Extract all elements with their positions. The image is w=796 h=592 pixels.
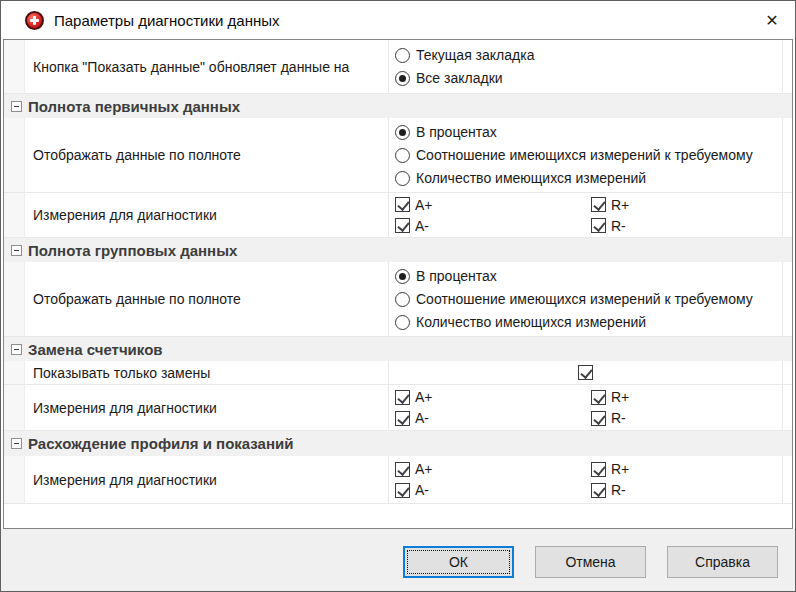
checkbox-a-plus[interactable]: A+: [395, 389, 591, 405]
checkbox-row: A- R-: [395, 215, 782, 236]
checkbox-r-minus[interactable]: R-: [591, 482, 626, 498]
row-label: Измерения для диагностики: [25, 193, 388, 237]
row-value: A+ R+ A- R-: [388, 193, 782, 237]
radio-option-current-tab[interactable]: Текущая закладка: [395, 44, 782, 67]
checkbox-checked-icon: [395, 483, 410, 498]
checkbox-a-plus[interactable]: A+: [395, 197, 591, 213]
checkbox-r-plus[interactable]: R+: [591, 461, 629, 477]
collapse-minus-icon[interactable]: [11, 438, 22, 449]
row-gutter: [782, 40, 792, 93]
radio-label: Количество имеющихся измерений: [416, 314, 646, 330]
radio-icon: [395, 171, 410, 186]
checkbox-label: R+: [611, 461, 629, 477]
section-header-replace: Замена счетчиков: [4, 337, 792, 361]
radio-option-percent[interactable]: В процентах: [395, 121, 782, 144]
row-label: Отображать данные по полноте: [25, 262, 388, 336]
checkbox-label: R-: [611, 482, 626, 498]
row-show-only-replacements: Показывать только замены: [4, 361, 792, 385]
checkbox-r-minus[interactable]: R-: [591, 410, 626, 426]
radio-icon: [395, 148, 410, 163]
checkbox-r-plus[interactable]: R+: [591, 389, 629, 405]
checkbox-checked-icon: [395, 218, 410, 233]
checkbox-label: A+: [415, 389, 433, 405]
row-update-target: Кнопка "Показать данные" обновляет данны…: [4, 40, 792, 94]
row-group-display-mode: Отображать данные по полноте В процентах…: [4, 262, 792, 337]
checkbox-a-plus[interactable]: A+: [395, 461, 591, 477]
radio-option-ratio[interactable]: Соотношение имеющихся измерений к требуе…: [395, 144, 782, 167]
row-indent: [4, 385, 25, 430]
radio-option-count[interactable]: Количество имеющихся измерений: [395, 167, 782, 190]
section-title: Замена счетчиков: [28, 341, 163, 358]
checkbox-label: A+: [415, 197, 433, 213]
radio-label: Соотношение имеющихся измерений к требуе…: [416, 147, 753, 163]
cancel-button[interactable]: Отмена: [535, 546, 646, 578]
checkbox-r-plus[interactable]: R+: [591, 197, 629, 213]
radio-label: Текущая закладка: [416, 47, 534, 63]
checkbox-only-replacements[interactable]: [578, 365, 593, 380]
radio-option-count[interactable]: Количество имеющихся измерений: [395, 311, 782, 334]
row-indent: [4, 40, 25, 93]
checkbox-a-minus[interactable]: A-: [395, 410, 591, 426]
help-button[interactable]: Справка: [667, 546, 778, 578]
radio-label: В процентах: [416, 268, 497, 284]
section-title: Полнота первичных данных: [28, 98, 240, 115]
row-label: Кнопка "Показать данные" обновляет данны…: [25, 40, 388, 93]
row-replace-measures: Измерения для диагностики A+ R+ A-: [4, 385, 792, 431]
row-value: Текущая закладка Все закладки: [388, 40, 782, 93]
checkbox-label: A-: [415, 410, 429, 426]
row-label: Отображать данные по полноте: [25, 118, 388, 192]
window-title: Параметры диагностики данных: [54, 12, 280, 29]
checkbox-label: A+: [415, 461, 433, 477]
checkbox-label: R-: [611, 410, 626, 426]
section-header-profile: Расхождение профиля и показаний: [4, 431, 792, 456]
collapse-minus-icon[interactable]: [11, 245, 22, 256]
section-title: Расхождение профиля и показаний: [28, 435, 293, 452]
close-button[interactable]: ✕: [749, 1, 795, 39]
checkbox-checked-icon: [395, 390, 410, 405]
radio-option-all-tabs[interactable]: Все закладки: [395, 67, 782, 90]
row-label: Измерения для диагностики: [25, 385, 388, 430]
row-primary-display-mode: Отображать данные по полноте В процентах…: [4, 118, 792, 193]
checkbox-a-minus[interactable]: A-: [395, 482, 591, 498]
row-indent: [4, 193, 25, 237]
checkbox-checked-icon: [591, 218, 606, 233]
section-title: Полнота групповых данных: [28, 242, 237, 259]
radio-label: Количество имеющихся измерений: [416, 170, 646, 186]
row-gutter: [782, 193, 792, 237]
ok-button[interactable]: ОК: [403, 546, 514, 578]
collapse-minus-icon[interactable]: [11, 101, 22, 112]
checkbox-checked-icon: [395, 462, 410, 477]
row-gutter: [782, 262, 792, 336]
radio-option-ratio[interactable]: Соотношение имеющихся измерений к требуе…: [395, 288, 782, 311]
checkbox-row: A+ R+: [395, 194, 782, 215]
row-gutter: [782, 456, 792, 503]
radio-option-percent[interactable]: В процентах: [395, 265, 782, 288]
radio-label: В процентах: [416, 124, 497, 140]
checkbox-label: R+: [611, 197, 629, 213]
section-header-primary: Полнота первичных данных: [4, 94, 792, 118]
radio-icon: [395, 48, 410, 63]
checkbox-a-minus[interactable]: A-: [395, 218, 591, 234]
section-header-group: Полнота групповых данных: [4, 238, 792, 262]
checkbox-label: A-: [415, 482, 429, 498]
collapse-minus-icon[interactable]: [11, 344, 22, 355]
radio-icon: [395, 315, 410, 330]
settings-grid: Кнопка "Показать данные" обновляет данны…: [3, 39, 793, 529]
checkbox-checked-icon: [591, 411, 606, 426]
checkbox-row: A+ R+: [395, 459, 782, 480]
checkbox-r-minus[interactable]: R-: [591, 218, 626, 234]
row-primary-measures: Измерения для диагностики A+ R+ A-: [4, 193, 792, 238]
row-label: Показывать только замены: [25, 361, 388, 384]
row-gutter: [782, 118, 792, 192]
button-bar: ОК Отмена Справка: [403, 546, 778, 578]
checkbox-checked-icon: [591, 197, 606, 212]
row-gutter: [782, 385, 792, 430]
radio-checked-icon: [395, 71, 410, 86]
radio-checked-icon: [395, 125, 410, 140]
row-indent: [4, 456, 25, 503]
titlebar: Параметры диагностики данных ✕: [1, 1, 795, 39]
radio-label: Все закладки: [416, 70, 503, 86]
checkbox-checked-icon: [591, 390, 606, 405]
checkbox-row: A- R-: [395, 480, 782, 501]
radio-label: Соотношение имеющихся измерений к требуе…: [416, 291, 753, 307]
